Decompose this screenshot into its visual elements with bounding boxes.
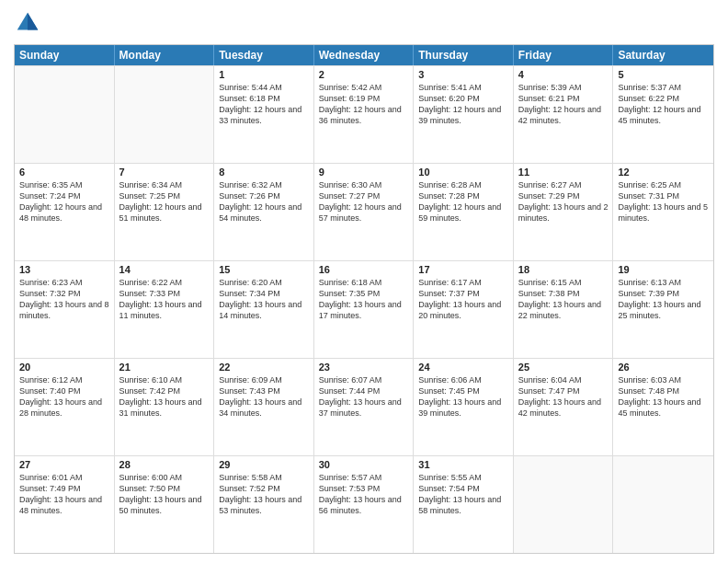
calendar-cell: 13Sunrise: 6:23 AM Sunset: 7:32 PM Dayli… — [15, 261, 115, 358]
day-number: 21 — [119, 362, 210, 373]
calendar-cell: 10Sunrise: 6:28 AM Sunset: 7:28 PM Dayli… — [414, 164, 514, 260]
day-number: 4 — [518, 69, 609, 80]
header-day-wednesday: Wednesday — [314, 45, 415, 65]
cell-sun-info: Sunrise: 5:41 AM Sunset: 6:20 PM Dayligh… — [418, 82, 508, 127]
day-number: 2 — [319, 69, 409, 80]
cell-sun-info: Sunrise: 5:58 AM Sunset: 7:52 PM Dayligh… — [219, 472, 309, 517]
calendar-cell: 22Sunrise: 6:09 AM Sunset: 7:43 PM Dayli… — [214, 359, 314, 455]
day-number: 22 — [219, 362, 309, 373]
day-number: 25 — [518, 362, 609, 373]
day-number: 23 — [319, 362, 409, 373]
cell-sun-info: Sunrise: 6:17 AM Sunset: 7:37 PM Dayligh… — [418, 277, 508, 322]
cell-sun-info: Sunrise: 6:15 AM Sunset: 7:38 PM Dayligh… — [518, 277, 609, 322]
day-number: 26 — [618, 362, 709, 373]
calendar-cell — [115, 66, 215, 163]
calendar-cell: 30Sunrise: 5:57 AM Sunset: 7:53 PM Dayli… — [314, 456, 415, 553]
day-number: 1 — [219, 69, 309, 80]
cell-sun-info: Sunrise: 6:03 AM Sunset: 7:48 PM Dayligh… — [618, 374, 709, 419]
cell-sun-info: Sunrise: 5:37 AM Sunset: 6:22 PM Dayligh… — [618, 82, 709, 127]
calendar-cell: 4Sunrise: 5:39 AM Sunset: 6:21 PM Daylig… — [514, 66, 614, 163]
day-number: 13 — [19, 264, 109, 275]
calendar-cell — [514, 456, 614, 553]
calendar-cell: 2Sunrise: 5:42 AM Sunset: 6:19 PM Daylig… — [314, 66, 415, 163]
day-number: 31 — [418, 459, 508, 470]
header-day-thursday: Thursday — [414, 45, 514, 65]
calendar-cell: 7Sunrise: 6:34 AM Sunset: 7:25 PM Daylig… — [115, 164, 215, 260]
calendar-cell: 17Sunrise: 6:17 AM Sunset: 7:37 PM Dayli… — [414, 261, 514, 358]
calendar-cell: 1Sunrise: 5:44 AM Sunset: 6:18 PM Daylig… — [214, 66, 314, 163]
calendar-cell: 25Sunrise: 6:04 AM Sunset: 7:47 PM Dayli… — [514, 359, 614, 455]
day-number: 12 — [618, 167, 709, 178]
svg-marker-1 — [28, 13, 38, 30]
cell-sun-info: Sunrise: 5:55 AM Sunset: 7:54 PM Dayligh… — [418, 472, 508, 517]
cell-sun-info: Sunrise: 6:23 AM Sunset: 7:32 PM Dayligh… — [19, 277, 109, 322]
day-number: 24 — [418, 362, 508, 373]
cell-sun-info: Sunrise: 6:32 AM Sunset: 7:26 PM Dayligh… — [219, 179, 309, 224]
cell-sun-info: Sunrise: 6:22 AM Sunset: 7:33 PM Dayligh… — [119, 277, 210, 322]
header-day-friday: Friday — [514, 45, 614, 65]
cell-sun-info: Sunrise: 5:42 AM Sunset: 6:19 PM Dayligh… — [319, 82, 409, 127]
calendar-body: 1Sunrise: 5:44 AM Sunset: 6:18 PM Daylig… — [15, 65, 713, 553]
day-number: 29 — [219, 459, 309, 470]
logo — [14, 9, 45, 37]
calendar-row-5: 27Sunrise: 6:01 AM Sunset: 7:49 PM Dayli… — [15, 455, 713, 553]
calendar-cell: 19Sunrise: 6:13 AM Sunset: 7:39 PM Dayli… — [613, 261, 713, 358]
cell-sun-info: Sunrise: 6:25 AM Sunset: 7:31 PM Dayligh… — [618, 179, 709, 224]
header-day-tuesday: Tuesday — [214, 45, 314, 65]
calendar-cell: 5Sunrise: 5:37 AM Sunset: 6:22 PM Daylig… — [613, 66, 713, 163]
calendar-cell: 23Sunrise: 6:07 AM Sunset: 7:44 PM Dayli… — [314, 359, 415, 455]
cell-sun-info: Sunrise: 6:06 AM Sunset: 7:45 PM Dayligh… — [418, 374, 508, 419]
cell-sun-info: Sunrise: 6:00 AM Sunset: 7:50 PM Dayligh… — [119, 472, 210, 517]
cell-sun-info: Sunrise: 6:34 AM Sunset: 7:25 PM Dayligh… — [119, 179, 210, 224]
day-number: 28 — [119, 459, 210, 470]
day-number: 10 — [418, 167, 508, 178]
calendar-cell: 21Sunrise: 6:10 AM Sunset: 7:42 PM Dayli… — [115, 359, 215, 455]
cell-sun-info: Sunrise: 6:01 AM Sunset: 7:49 PM Dayligh… — [19, 472, 109, 517]
header — [14, 9, 714, 37]
cell-sun-info: Sunrise: 6:18 AM Sunset: 7:35 PM Dayligh… — [319, 277, 409, 322]
calendar-cell: 27Sunrise: 6:01 AM Sunset: 7:49 PM Dayli… — [15, 456, 115, 553]
calendar-cell: 9Sunrise: 6:30 AM Sunset: 7:27 PM Daylig… — [314, 164, 415, 260]
day-number: 19 — [618, 264, 709, 275]
cell-sun-info: Sunrise: 6:20 AM Sunset: 7:34 PM Dayligh… — [219, 277, 309, 322]
day-number: 17 — [418, 264, 508, 275]
day-number: 3 — [418, 69, 508, 80]
calendar-cell: 26Sunrise: 6:03 AM Sunset: 7:48 PM Dayli… — [613, 359, 713, 455]
cell-sun-info: Sunrise: 6:27 AM Sunset: 7:29 PM Dayligh… — [518, 179, 609, 224]
cell-sun-info: Sunrise: 6:07 AM Sunset: 7:44 PM Dayligh… — [319, 374, 409, 419]
cell-sun-info: Sunrise: 6:09 AM Sunset: 7:43 PM Dayligh… — [219, 374, 309, 419]
calendar-cell: 6Sunrise: 6:35 AM Sunset: 7:24 PM Daylig… — [15, 164, 115, 260]
day-number: 9 — [319, 167, 409, 178]
day-number: 18 — [518, 264, 609, 275]
calendar-cell: 11Sunrise: 6:27 AM Sunset: 7:29 PM Dayli… — [514, 164, 614, 260]
calendar: SundayMondayTuesdayWednesdayThursdayFrid… — [14, 44, 714, 554]
page: SundayMondayTuesdayWednesdayThursdayFrid… — [0, 0, 728, 563]
header-day-sunday: Sunday — [15, 45, 115, 65]
cell-sun-info: Sunrise: 6:13 AM Sunset: 7:39 PM Dayligh… — [618, 277, 709, 322]
calendar-cell: 28Sunrise: 6:00 AM Sunset: 7:50 PM Dayli… — [115, 456, 215, 553]
calendar-cell: 24Sunrise: 6:06 AM Sunset: 7:45 PM Dayli… — [414, 359, 514, 455]
header-day-monday: Monday — [115, 45, 215, 65]
cell-sun-info: Sunrise: 6:30 AM Sunset: 7:27 PM Dayligh… — [319, 179, 409, 224]
cell-sun-info: Sunrise: 6:10 AM Sunset: 7:42 PM Dayligh… — [119, 374, 210, 419]
cell-sun-info: Sunrise: 6:28 AM Sunset: 7:28 PM Dayligh… — [418, 179, 508, 224]
day-number: 27 — [19, 459, 109, 470]
header-day-saturday: Saturday — [613, 45, 713, 65]
day-number: 16 — [319, 264, 409, 275]
cell-sun-info: Sunrise: 6:04 AM Sunset: 7:47 PM Dayligh… — [518, 374, 609, 419]
calendar-cell — [613, 456, 713, 553]
cell-sun-info: Sunrise: 6:12 AM Sunset: 7:40 PM Dayligh… — [19, 374, 109, 419]
calendar-row-2: 6Sunrise: 6:35 AM Sunset: 7:24 PM Daylig… — [15, 163, 713, 260]
calendar-cell: 18Sunrise: 6:15 AM Sunset: 7:38 PM Dayli… — [514, 261, 614, 358]
day-number: 11 — [518, 167, 609, 178]
calendar-cell: 3Sunrise: 5:41 AM Sunset: 6:20 PM Daylig… — [414, 66, 514, 163]
calendar-cell: 31Sunrise: 5:55 AM Sunset: 7:54 PM Dayli… — [414, 456, 514, 553]
day-number: 15 — [219, 264, 309, 275]
day-number: 8 — [219, 167, 309, 178]
calendar-row-3: 13Sunrise: 6:23 AM Sunset: 7:32 PM Dayli… — [15, 260, 713, 358]
cell-sun-info: Sunrise: 5:39 AM Sunset: 6:21 PM Dayligh… — [518, 82, 609, 127]
calendar-cell: 12Sunrise: 6:25 AM Sunset: 7:31 PM Dayli… — [613, 164, 713, 260]
cell-sun-info: Sunrise: 5:57 AM Sunset: 7:53 PM Dayligh… — [319, 472, 409, 517]
cell-sun-info: Sunrise: 5:44 AM Sunset: 6:18 PM Dayligh… — [219, 82, 309, 127]
calendar-cell: 8Sunrise: 6:32 AM Sunset: 7:26 PM Daylig… — [214, 164, 314, 260]
